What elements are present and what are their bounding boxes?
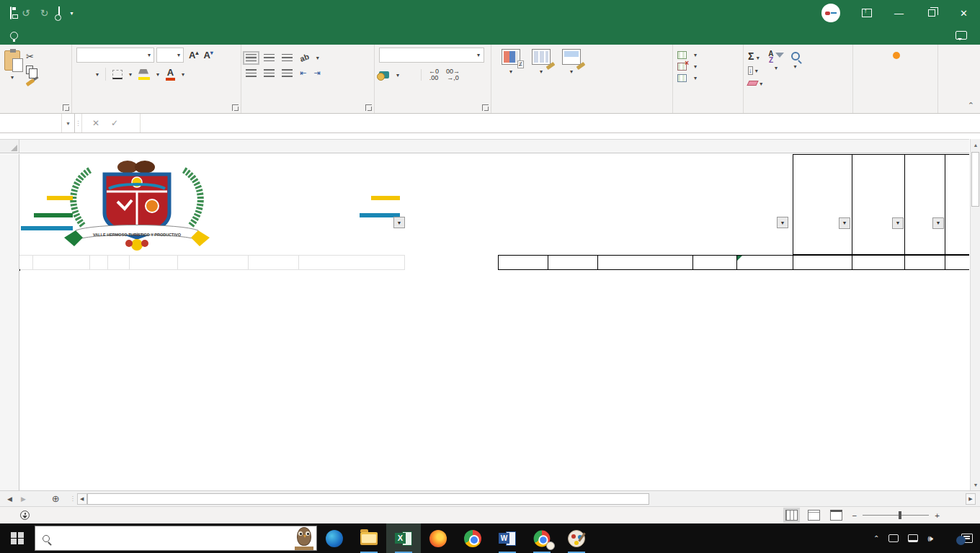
tray-volume-icon[interactable]: 🕪: [927, 534, 933, 544]
tray-network-icon[interactable]: [908, 534, 918, 542]
underline-caret-icon[interactable]: ▾: [96, 71, 99, 78]
page-layout-view-icon[interactable]: [808, 510, 820, 521]
sheet-nav-left-icon[interactable]: ◀: [7, 495, 12, 503]
filter-dropdown-icon[interactable]: ▼: [393, 217, 405, 228]
number-dialog-launcher-icon[interactable]: [482, 104, 489, 111]
accounting-format-icon[interactable]: [379, 71, 389, 78]
tray-expand-icon[interactable]: ⌃: [873, 534, 879, 542]
align-right-icon[interactable]: [282, 69, 293, 77]
autosum-icon[interactable]: Σ ▾: [748, 50, 762, 62]
logo-cell[interactable]: VALLE HERMOSO TURÍSTICO Y PRODUCTIVO ▼: [19, 154, 405, 255]
ribbon-display-options-icon[interactable]: [850, 0, 883, 26]
save-icon[interactable]: [10, 7, 12, 19]
close-button[interactable]: ✕: [948, 0, 980, 26]
taskbar-word-icon[interactable]: W: [490, 523, 525, 553]
scroll-left-icon[interactable]: ◀: [77, 493, 87, 505]
taskbar-chrome-icon[interactable]: [455, 523, 490, 553]
filter-dropdown-icon[interactable]: ▼: [839, 217, 850, 229]
tell-me-search[interactable]: [0, 26, 33, 45]
taskbar-edge-icon[interactable]: [317, 523, 352, 553]
filter-dropdown-icon[interactable]: ▼: [892, 217, 904, 229]
account-avatar[interactable]: [821, 4, 840, 22]
zoom-out-icon[interactable]: −: [852, 511, 858, 520]
shrink-font-icon[interactable]: A▾: [203, 50, 213, 60]
decrease-decimal-icon[interactable]: 00→→,0: [446, 68, 460, 81]
scroll-up-icon[interactable]: ▲: [971, 139, 980, 150]
insert-cells-button[interactable]: ▾: [677, 51, 740, 59]
print-preview-icon[interactable]: [58, 7, 60, 19]
cell-styles-button[interactable]: ▾: [556, 48, 587, 78]
zoom-in-icon[interactable]: +: [935, 511, 940, 520]
align-middle-icon[interactable]: [264, 54, 275, 62]
fill-icon[interactable]: ↓ ▾: [748, 65, 762, 75]
fill-color-icon[interactable]: [138, 69, 150, 80]
cell-S4[interactable]: [904, 255, 945, 270]
increase-indent-icon[interactable]: ⇥: [313, 68, 320, 78]
sheet-tab-overflow[interactable]: [33, 491, 42, 506]
paste-button[interactable]: ▾: [4, 48, 20, 84]
accounting-caret-icon[interactable]: ▾: [396, 72, 399, 78]
cell-T4[interactable]: [945, 255, 969, 270]
confirm-entry-icon[interactable]: ✓: [111, 118, 118, 128]
borders-icon[interactable]: [112, 70, 122, 79]
copy-icon[interactable]: [26, 66, 33, 74]
cell-R4[interactable]: [852, 255, 905, 270]
vertical-scroll-thumb[interactable]: [971, 152, 979, 207]
sheet-title-cell[interactable]: ▼: [405, 154, 793, 255]
align-left-icon[interactable]: [246, 69, 257, 77]
horizontal-scrollbar[interactable]: ◀ ▶: [77, 493, 976, 505]
taskbar-excel-icon[interactable]: X: [386, 523, 421, 553]
cancel-entry-icon[interactable]: ✕: [92, 118, 99, 128]
format-cells-button[interactable]: ▾: [677, 74, 740, 82]
scroll-right-icon[interactable]: ▶: [966, 493, 976, 505]
accessibility-status[interactable]: [20, 511, 34, 520]
start-button[interactable]: [0, 523, 35, 553]
name-box[interactable]: [0, 114, 62, 132]
cell-K4[interactable]: [498, 255, 548, 270]
taskbar-firefox-icon[interactable]: [421, 523, 455, 553]
feedback-icon[interactable]: [956, 31, 967, 40]
name-box-caret-icon[interactable]: ▾: [62, 114, 75, 132]
cell-O4[interactable]: [692, 255, 737, 270]
zoom-slider[interactable]: [899, 511, 901, 519]
align-bottom-icon[interactable]: [282, 54, 293, 62]
horizontal-scroll-thumb[interactable]: [87, 493, 649, 505]
increase-decimal-icon[interactable]: ←0.00: [429, 68, 439, 81]
fill-color-caret-icon[interactable]: ▾: [156, 71, 159, 78]
notification-center-icon[interactable]: [961, 534, 973, 543]
undo-icon[interactable]: ↺: [22, 7, 30, 19]
cell-total-332[interactable]: [597, 255, 693, 270]
align-center-icon[interactable]: [264, 69, 275, 77]
clipboard-dialog-launcher-icon[interactable]: [63, 104, 69, 111]
find-select-button[interactable]: ▾: [790, 50, 801, 88]
font-color-caret-icon[interactable]: ▾: [182, 71, 184, 78]
select-all-corner[interactable]: [0, 140, 19, 153]
number-format-select[interactable]: ▾: [379, 48, 484, 63]
taskbar-paint-icon[interactable]: [559, 523, 594, 553]
filter-dropdown-icon[interactable]: ▼: [777, 217, 788, 228]
retention-header-s[interactable]: ▼: [904, 154, 945, 255]
decrease-indent-icon[interactable]: ⇤: [300, 68, 306, 78]
sheet-area[interactable]: VALLE HERMOSO TURÍSTICO Y PRODUCTIVO ▼ ▼: [19, 154, 969, 490]
conditional-formatting-button[interactable]: ▾: [496, 48, 526, 78]
orientation-icon[interactable]: ab: [298, 52, 310, 63]
borders-caret-icon[interactable]: ▾: [129, 71, 132, 78]
addins-button[interactable]: [858, 48, 935, 63]
cell-L4[interactable]: [548, 255, 598, 270]
sheet-nav-right-icon[interactable]: ▶: [21, 495, 26, 503]
new-sheet-icon[interactable]: ⊕: [42, 491, 70, 506]
font-dialog-launcher-icon[interactable]: [232, 104, 239, 111]
retention-header-q[interactable]: ▼: [793, 154, 852, 255]
align-top-icon[interactable]: [246, 54, 257, 62]
vertical-scrollbar[interactable]: ▲ ▼: [970, 139, 980, 490]
sort-filter-button[interactable]: AZ ▾: [768, 50, 783, 88]
scroll-down-icon[interactable]: ▼: [971, 479, 980, 490]
taskbar-search-input[interactable]: [35, 526, 317, 551]
font-name-select[interactable]: ▾: [76, 48, 154, 63]
cut-icon[interactable]: ✂: [26, 52, 35, 62]
alignment-dialog-launcher-icon[interactable]: [365, 104, 372, 111]
cell-ref-error[interactable]: [736, 255, 793, 270]
retention-header-r[interactable]: ▼: [852, 154, 905, 255]
restore-button[interactable]: [915, 0, 948, 26]
page-break-view-icon[interactable]: [830, 510, 842, 521]
